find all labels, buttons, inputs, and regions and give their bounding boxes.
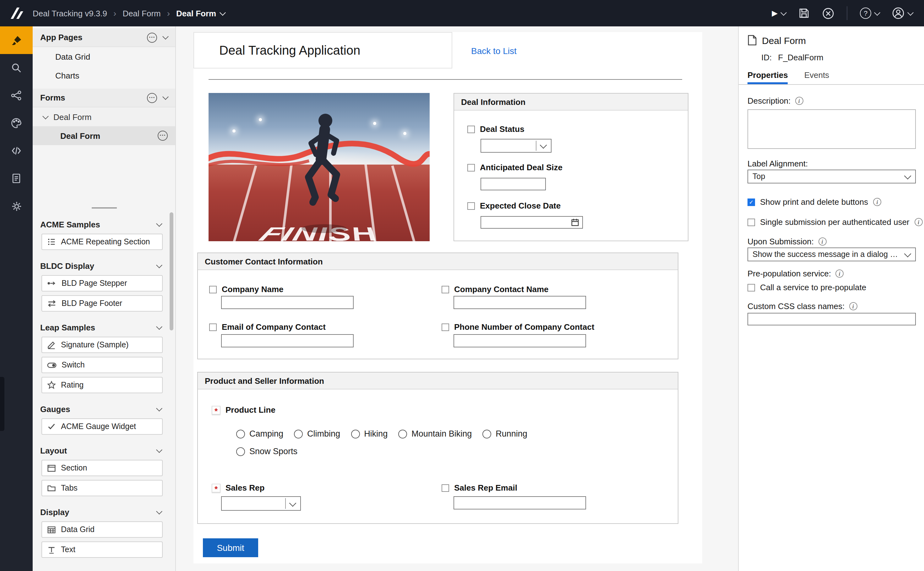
submit-button[interactable]: Submit [203,539,258,557]
section-product-seller[interactable]: Product and Seller Information Product L… [197,372,679,524]
sidebar-scrollbar-thumb[interactable] [170,212,173,330]
breadcrumb-current[interactable]: Deal Form [176,8,225,18]
sales-rep-email-input[interactable] [454,496,586,509]
more-options-icon[interactable] [147,93,157,103]
search-tool-button[interactable] [0,54,33,82]
finish-line-image-widget[interactable]: FINISH [208,93,430,241]
field-checkbox[interactable] [467,202,475,210]
chevron-down-icon[interactable] [162,33,169,40]
palette-item-tabs[interactable]: Tabs [42,480,163,496]
field-checkbox[interactable] [467,125,475,133]
custom-css-input[interactable] [748,313,916,326]
field-checkbox[interactable] [209,286,217,293]
palette-group-acme-samples[interactable]: ACME Samples [33,215,175,234]
section-customer-contact[interactable]: Customer Contact Information Company Nam… [197,253,679,359]
preview-button[interactable]: ▶ [772,9,786,18]
anticipated-deal-size-input[interactable] [481,178,546,190]
palette-item-rating[interactable]: Rating [42,377,163,393]
field-checkbox[interactable] [209,323,217,331]
palette-item-bld-page-footer[interactable]: BLD Page Footer [42,295,163,312]
palette-group-leap-samples[interactable]: Leap Samples [33,318,175,337]
prepopulation-label-row: Pre-population service: [748,269,844,278]
radio-icon [236,447,245,456]
section-deal-information[interactable]: Deal Information Deal Status Anticipated… [454,93,688,241]
phone-number-input[interactable] [454,334,586,347]
palette-item-signature-sample[interactable]: Signature (Sample) [42,337,163,353]
form-tree-parent[interactable]: Deal Form [33,107,175,126]
app-logo-icon[interactable] [0,6,33,21]
radio-camping[interactable]: Camping [236,429,283,438]
form-pages-tool-button[interactable] [0,165,33,192]
label-alignment-label: Label Alignment: [748,159,808,168]
save-icon[interactable] [798,8,810,19]
close-icon[interactable] [822,7,834,19]
field-checkbox[interactable] [441,286,449,293]
upon-submission-select[interactable]: Show the success message in a dialog and… [748,247,916,261]
settings-tool-button[interactable] [0,192,33,220]
radio-snow-sports[interactable]: Snow Sports [236,447,298,456]
section-header: Deal Information [454,94,688,111]
description-textarea[interactable] [748,109,916,149]
connections-tool-button[interactable] [0,82,33,109]
palette-item-acme-gauge-widget[interactable]: ACME Gauge Widget [42,418,163,435]
show-print-delete-checkbox[interactable]: ✓ [748,198,755,206]
palette-item-acme-repeating-section[interactable]: ACME Repeating Section [42,234,163,250]
palette-group-gauges[interactable]: Gauges [33,400,175,418]
label-alignment-select[interactable]: Top [748,170,916,184]
chevron-down-icon[interactable] [162,94,169,100]
app-pages-header[interactable]: App Pages [33,28,175,47]
palette-group-bldc-display[interactable]: BLDC Display [33,256,175,275]
info-icon[interactable] [873,198,881,206]
more-options-icon[interactable] [158,131,168,141]
palette-item-bld-page-stepper[interactable]: BLD Page Stepper [42,275,163,292]
forms-header[interactable]: Forms [33,89,175,107]
tab-events[interactable]: Events [804,70,830,84]
info-icon[interactable] [835,270,844,278]
form-tree-child-selected[interactable]: Deal Form [33,126,175,145]
field-checkbox[interactable] [441,323,449,331]
info-icon[interactable] [849,302,857,310]
help-button[interactable]: ? [860,8,879,19]
radio-icon [398,429,407,438]
collapsed-panel-handle[interactable] [0,377,5,431]
horizontal-rule-widget[interactable] [208,79,682,80]
radio-mountain-biking[interactable]: Mountain Biking [398,429,472,438]
deal-status-select[interactable] [481,139,552,153]
email-of-company-contact-input[interactable] [221,334,354,347]
field-checkbox[interactable] [441,484,449,492]
form-title-widget[interactable]: Deal Tracking Application [193,32,452,68]
design-tool-button[interactable] [0,26,33,54]
breadcrumb-app-title[interactable]: Deal Tracking v9.3.9 [33,8,107,18]
back-to-list-link[interactable]: Back to List [471,46,517,56]
palette-group-display[interactable]: Display [33,503,175,522]
field-checkbox[interactable] [467,164,475,171]
company-contact-name-input[interactable] [454,296,586,309]
code-tool-button[interactable] [0,137,33,165]
palette-icon [11,117,22,129]
radio-running[interactable]: Running [483,429,528,438]
chevron-down-icon [156,220,162,227]
expected-close-date-input[interactable] [481,216,583,228]
radio-climbing[interactable]: Climbing [294,429,340,438]
palette-item-section[interactable]: Section [42,460,163,476]
palette-item-text[interactable]: Text [42,542,163,558]
single-submission-checkbox[interactable] [748,218,755,226]
account-button[interactable] [892,7,913,20]
info-icon[interactable] [915,218,923,226]
tab-properties[interactable]: Properties [748,70,788,84]
call-service-checkbox[interactable] [748,284,755,291]
palette-item-data-grid[interactable]: Data Grid [42,522,163,538]
palette-item-switch[interactable]: Switch [42,357,163,373]
sidebar-item-charts-page[interactable]: Charts [33,66,175,85]
info-icon[interactable] [795,97,803,105]
sidebar-item-data-grid-page[interactable]: Data Grid [33,47,175,66]
breadcrumb-item[interactable]: Deal Form [122,8,160,18]
panel-resize-handle[interactable] [92,207,117,208]
more-options-icon[interactable] [147,32,157,42]
palette-group-layout[interactable]: Layout [33,441,175,460]
radio-hiking[interactable]: Hiking [351,429,387,438]
theme-tool-button[interactable] [0,109,33,137]
company-name-input[interactable] [221,296,354,309]
sales-rep-select[interactable] [221,496,301,511]
info-icon[interactable] [818,238,826,245]
